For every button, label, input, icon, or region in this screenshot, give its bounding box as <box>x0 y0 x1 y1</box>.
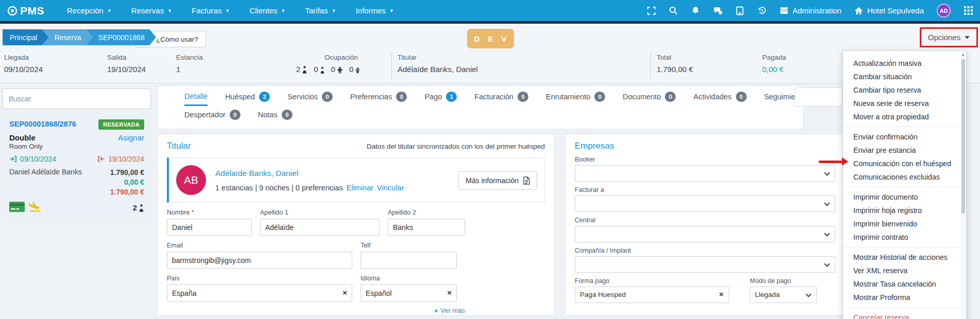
menu-informes[interactable]: Informes▼ <box>356 6 394 15</box>
tab-huesped[interactable]: Huésped2 <box>225 92 270 106</box>
menu-item-cancelar-reserva[interactable]: Cancelar reserva <box>843 311 966 319</box>
search-icon[interactable] <box>669 6 678 15</box>
menu-tarifas[interactable]: Tarifas▼ <box>305 6 336 15</box>
tab-notas[interactable]: Notas0 <box>258 110 293 124</box>
menu-item-mostrar-tasa-cancelacion[interactable]: Mostrar Tasa cancelación <box>843 277 966 291</box>
menu-item-enviar-confirmacion[interactable]: Enviar confirmación <box>843 130 966 144</box>
pais-input[interactable] <box>167 285 352 302</box>
plane-arrival-icon <box>29 201 42 212</box>
menu-item-actualizacion-masiva[interactable]: Actualización masiva <box>843 57 966 70</box>
pms-reservation-page: { "navbar": { "logo_text": "PMS", "menus… <box>0 0 980 319</box>
fullscreen-icon[interactable] <box>647 6 656 15</box>
reservation-id-link[interactable]: SEP00001868/2876 <box>9 120 76 128</box>
summary-salida: Salida 19/10/2024 <box>107 54 146 74</box>
compania-select[interactable] <box>575 256 835 273</box>
checkin-date: 09/10/2024 <box>9 155 56 163</box>
chat-messages-icon[interactable] <box>713 6 723 15</box>
tab-pago[interactable]: Pago1 <box>424 92 457 106</box>
more-info-button[interactable]: Más información <box>458 171 537 190</box>
search-input[interactable] <box>3 88 151 109</box>
history-icon[interactable] <box>758 6 767 15</box>
tab-preferencias[interactable]: Preferencias0 <box>350 92 407 106</box>
tab-facturacion[interactable]: Facturación0 <box>474 92 528 106</box>
pais-label: País <box>167 275 352 282</box>
options-button[interactable]: Opciones <box>920 27 978 47</box>
top-navbar: PMS Recepción▼ Reservas▼ Facturas▼ Clien… <box>0 0 980 21</box>
tab-servicios[interactable]: Servicios0 <box>287 92 333 106</box>
tab-detalle[interactable]: Detalle <box>184 92 208 106</box>
menu-clientes[interactable]: Clientes▼ <box>249 6 285 15</box>
tab-documento[interactable]: Documento0 <box>623 92 676 106</box>
tab-despertador[interactable]: Despertador0 <box>184 110 240 124</box>
clear-pais-icon[interactable]: × <box>342 290 347 296</box>
junior-person-icon <box>337 67 343 74</box>
booker-select[interactable] <box>575 165 835 182</box>
adult-person-icon <box>302 66 307 74</box>
email-input[interactable] <box>167 252 352 269</box>
nombre-label: Nombre * <box>167 209 252 216</box>
menu-item-ver-xml-reserva[interactable]: Ver XML reserva <box>843 264 966 277</box>
facturar-select[interactable] <box>575 196 835 212</box>
apellido1-input[interactable] <box>260 219 380 236</box>
menu-item-enviar-pre-estancia[interactable]: Enviar pre estancia <box>843 144 966 157</box>
scrollbar-up-arrow-icon[interactable] <box>961 54 965 56</box>
menu-item-imprimir-contrato[interactable]: Imprimir contrato <box>843 231 966 244</box>
menu-item-mostrar-proforma[interactable]: Mostrar Proforma <box>843 291 966 304</box>
idioma-input[interactable] <box>360 285 457 302</box>
occupancy-juniors: 0 <box>331 65 343 74</box>
assign-room-link[interactable]: Asignar <box>118 133 144 142</box>
menu-facturas[interactable]: Facturas▼ <box>192 6 230 15</box>
telf-input[interactable] <box>360 252 457 269</box>
app-logo-text: PMS <box>20 5 44 17</box>
field-apellido1: Apellido 1 <box>260 209 380 236</box>
forma-pago-input[interactable]: Paga Huesped × <box>575 287 729 303</box>
nombre-input[interactable] <box>167 219 252 236</box>
app-logo[interactable]: PMS <box>7 5 44 17</box>
menu-item-imprimir-bienvenido[interactable]: Imprimir bienvenido <box>843 217 966 231</box>
modo-pago-select[interactable]: Llegada <box>750 287 817 303</box>
vincular-link[interactable]: Vincular <box>377 184 404 192</box>
clear-forma-pago-icon[interactable]: × <box>719 291 724 297</box>
titular-section: Titular Datos del titular sincronizados … <box>157 134 555 315</box>
clear-idioma-icon[interactable]: × <box>447 290 452 296</box>
menu-item-comunicacion-con-el-huesped[interactable]: Comunicación con el huésped <box>843 157 966 170</box>
summary-ocupacion: Ocupación 2 0 0 0 <box>296 54 386 74</box>
navbar-right: Administration Hotel Sepulveda AD <box>647 4 973 17</box>
notifications-bell-icon[interactable] <box>691 6 700 15</box>
administration-menu[interactable]: Administration <box>780 6 841 15</box>
compania-label: Compañía / Implant <box>575 247 835 254</box>
breadcrumb-reservation-id[interactable]: SEP00001868 <box>86 29 156 45</box>
menu-recepcion[interactable]: Recepción▼ <box>67 6 112 15</box>
apps-grid-icon[interactable] <box>964 6 973 15</box>
tab-toolbar-box[interactable] <box>795 87 843 107</box>
menu-item-mostrar-historial-de-acciones[interactable]: Mostrar Historial de acciones <box>843 251 966 264</box>
reservation-card[interactable]: SEP00001868/2876 RESERVADA Double Asigna… <box>3 113 151 219</box>
breadcrumb-principal[interactable]: Principal <box>3 29 49 45</box>
summary-llegada: Llegada 09/10/2024 <box>4 54 43 74</box>
menu-scrollbar[interactable] <box>961 52 966 319</box>
ver-mas-link[interactable]: ▼ Ver más <box>167 307 465 314</box>
menu-item-comunicaciones-excluidas[interactable]: Comunicaciones excluidas <box>843 170 966 184</box>
chevron-down-icon: ▼ <box>281 8 286 13</box>
home-icon <box>854 7 863 15</box>
scrollbar-thumb[interactable] <box>961 59 965 214</box>
eliminar-link[interactable]: Eliminar <box>347 184 373 192</box>
header-row: Principal Reserva SEP00001868 ¿Cómo usar… <box>0 24 980 49</box>
tab-enrutamiento[interactable]: Enrutamiento0 <box>546 92 605 106</box>
breadcrumb-reserva[interactable]: Reserva <box>42 29 93 45</box>
menu-reservas[interactable]: Reservas▼ <box>131 6 172 15</box>
menu-item-cambiar-situacion[interactable]: Cambiar situación <box>843 70 966 83</box>
menu-item-imprimir-documento[interactable]: Imprimir documento <box>843 190 966 204</box>
tab-actividades[interactable]: Actividades0 <box>693 92 746 106</box>
chevron-down-icon <box>824 170 830 175</box>
menu-item-nueva-serie-de-reserva[interactable]: Nueva serie de reserva <box>843 97 966 110</box>
guest-name-link[interactable]: Adélaïde Banks, Daniel <box>215 169 404 178</box>
mobile-device-icon[interactable] <box>735 6 745 15</box>
menu-item-mover-a-otra-propiedad[interactable]: Mover a otra propiedad <box>843 110 966 123</box>
central-select[interactable] <box>575 226 835 242</box>
user-avatar[interactable]: AD <box>937 4 951 17</box>
menu-item-cambiar-tipo-reserva[interactable]: Cambiar tipo reserva <box>843 83 966 97</box>
property-selector[interactable]: Hotel Sepulveda <box>854 6 924 15</box>
menu-item-imprimir-hoja-registro[interactable]: Imprimir hoja registro <box>843 204 966 217</box>
apellido2-input[interactable] <box>388 219 465 236</box>
